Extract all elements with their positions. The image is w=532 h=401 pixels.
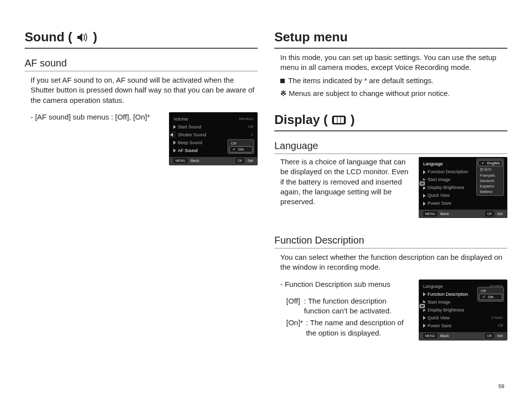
function-description-screenshot: LanguageEnglish Function Description Sta…: [419, 279, 507, 340]
svg-rect-2: [337, 117, 340, 123]
setup-note-default: The items indicated by * are default set…: [274, 76, 507, 86]
af-sound-heading: AF sound: [25, 58, 258, 71]
language-popup: English 한국어 Français Deutsch Español Ita…: [476, 158, 504, 196]
menu-pill: MENU: [173, 158, 188, 163]
page-number: 59: [499, 383, 504, 389]
function-description-heading: Function Description: [274, 235, 507, 248]
svg-rect-6: [422, 182, 423, 185]
fd-submenus-line: - Function Description sub menus: [280, 279, 412, 289]
setup-heading: Setup menu: [274, 30, 507, 49]
af-sound-submenus: - [AF sound] sub menus : [Off], [On]*: [31, 112, 162, 122]
fd-popup: Off On: [477, 287, 504, 302]
svg-rect-11: [423, 305, 424, 307]
setup-body: In this mode, you can set up basic setti…: [274, 53, 507, 73]
display-side-icon: [419, 180, 426, 187]
svg-rect-9: [421, 305, 422, 307]
display-heading-text: Display (: [274, 112, 328, 127]
language-screenshot: Language Function Description Start Imag…: [419, 157, 507, 218]
setup-note-change: ※ Menus are subject to change without pr…: [274, 89, 507, 98]
language-heading: Language: [274, 140, 507, 154]
sound-heading-close: ): [93, 30, 98, 45]
af-shot-popup: Off On: [228, 139, 254, 154]
sound-side-icon: [169, 131, 176, 138]
svg-rect-1: [334, 117, 337, 123]
square-bullet-icon: [280, 79, 285, 83]
svg-rect-7: [423, 182, 424, 185]
af-shot-footer: MENU Back OK Set: [169, 157, 257, 165]
af-sound-body: If you set AF sound to on, AF sound will…: [25, 75, 258, 105]
fd-on-text: : The name and description of the option…: [306, 318, 412, 338]
fd-off-text: : The function description function can’…: [304, 296, 412, 316]
display-heading-close: ): [350, 112, 355, 127]
fd-off-label: [Off]: [286, 296, 301, 316]
speaker-icon: [76, 32, 89, 43]
function-description-body: You can select whether the function desc…: [274, 252, 507, 273]
svg-rect-3: [341, 117, 344, 123]
display-heading: Display ( ): [274, 112, 507, 131]
language-body: There is a choice of language that can b…: [280, 157, 412, 207]
svg-rect-5: [421, 182, 422, 185]
right-column: Setup menu In this mode, you can set up …: [274, 30, 507, 386]
svg-rect-10: [422, 305, 423, 307]
display-icon: [332, 115, 346, 125]
ok-pill: OK: [235, 158, 244, 163]
sound-heading: Sound ( ): [25, 30, 258, 49]
left-column: Sound ( ) AF sound If you set AF sound t…: [25, 30, 258, 386]
display-side-icon-2: [419, 303, 426, 309]
set-label: Set: [247, 158, 253, 163]
back-label: Back: [191, 158, 200, 163]
af-sound-screenshot: VolumeMedium Start SoundOff Shutter Soun…: [169, 112, 258, 165]
sound-heading-text: Sound (: [25, 30, 72, 45]
fd-on-label: [On]*: [286, 318, 303, 338]
